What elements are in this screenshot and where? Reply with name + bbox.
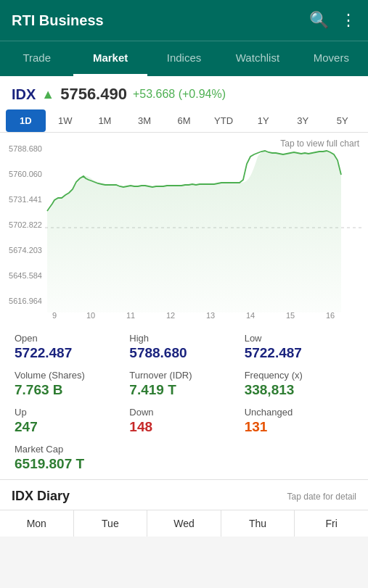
time-btn-1w[interactable]: 1W	[46, 109, 86, 132]
stat-frequency: Frequency (x) 338,813	[242, 365, 356, 402]
more-icon[interactable]: ⋮	[340, 11, 356, 30]
nav-tabs: Trade Market Indices Watchlist Movers	[0, 41, 368, 76]
day-fri[interactable]: Fri	[295, 510, 368, 537]
search-icon[interactable]: 🔍	[309, 11, 329, 30]
svg-text:5760.060: 5760.060	[9, 170, 42, 178]
chart-container[interactable]: Tap to view full chart 5788.680 5760.060…	[0, 133, 368, 323]
svg-text:5674.203: 5674.203	[9, 246, 42, 254]
main-content: IDX ▲ 5756.490 +53.668 (+0.94%) 1D 1W 1M…	[0, 76, 368, 537]
index-change: +53.668 (+0.94%)	[133, 88, 226, 101]
svg-text:5616.964: 5616.964	[9, 297, 42, 305]
turnover-label: Turnover (IDR)	[129, 370, 238, 381]
time-btn-1y[interactable]: 1Y	[243, 109, 283, 132]
tab-watchlist[interactable]: Watchlist	[221, 41, 294, 76]
index-name: IDX	[12, 86, 36, 103]
stat-volume: Volume (Shares) 7.763 B	[12, 365, 126, 402]
time-btn-1d[interactable]: 1D	[6, 109, 46, 132]
stat-down: Down 148	[126, 402, 241, 439]
marketcap-value: 6519.807 T	[15, 456, 353, 472]
stat-marketcap: Market Cap 6519.807 T	[12, 439, 356, 476]
open-value: 5722.487	[15, 345, 123, 361]
frequency-label: Frequency (x)	[245, 370, 353, 381]
time-btn-3y[interactable]: 3Y	[283, 109, 323, 132]
high-value: 5788.680	[129, 345, 238, 361]
volume-label: Volume (Shares)	[15, 370, 123, 381]
high-label: High	[129, 333, 238, 344]
tab-indices[interactable]: Indices	[147, 41, 221, 76]
time-btn-5y[interactable]: 5Y	[323, 109, 363, 132]
volume-value: 7.763 B	[15, 382, 123, 398]
app-title: RTI Business	[12, 12, 104, 29]
marketcap-label: Market Cap	[15, 444, 353, 455]
down-value: 148	[129, 419, 238, 435]
day-wed[interactable]: Wed	[147, 510, 221, 537]
svg-text:5702.822: 5702.822	[9, 220, 42, 229]
price-chart[interactable]: 5788.680 5760.060 5731.441 5702.822 5674…	[0, 138, 368, 320]
index-price: 5756.490	[60, 85, 127, 104]
diary-day-row: Mon Tue Wed Thu Fri	[0, 510, 368, 537]
stat-low: Low 5722.487	[242, 328, 356, 365]
tab-market[interactable]: Market	[73, 41, 147, 76]
low-label: Low	[245, 333, 353, 344]
header-actions: 🔍 ⋮	[309, 11, 356, 30]
svg-text:5731.441: 5731.441	[9, 195, 42, 204]
diary-title: IDX Diary	[12, 489, 70, 504]
open-label: Open	[15, 333, 123, 344]
app-header: RTI Business 🔍 ⋮	[0, 0, 368, 41]
svg-text:5645.584: 5645.584	[9, 271, 42, 280]
tab-trade[interactable]: Trade	[0, 41, 73, 76]
turnover-value: 7.419 T	[129, 382, 238, 398]
diary-tap-hint: Tap date for detail	[287, 492, 356, 502]
day-mon[interactable]: Mon	[0, 510, 74, 537]
low-value: 5722.487	[245, 345, 353, 361]
frequency-value: 338,813	[245, 382, 353, 398]
day-tue[interactable]: Tue	[74, 510, 148, 537]
stat-high: High 5788.680	[126, 328, 241, 365]
stat-turnover: Turnover (IDR) 7.419 T	[126, 365, 241, 402]
down-label: Down	[129, 407, 238, 418]
up-value: 247	[15, 419, 123, 435]
time-btn-3m[interactable]: 3M	[125, 109, 165, 132]
diary-header: IDX Diary Tap date for detail	[0, 479, 368, 510]
tab-movers[interactable]: Movers	[295, 41, 368, 76]
stat-unchanged: Unchanged 131	[242, 402, 356, 439]
stat-up: Up 247	[12, 402, 126, 439]
day-thu[interactable]: Thu	[221, 510, 295, 537]
chart-tap-hint: Tap to view full chart	[280, 138, 359, 149]
time-btn-ytd[interactable]: YTD	[204, 109, 244, 132]
up-label: Up	[15, 407, 123, 418]
svg-text:5788.680: 5788.680	[9, 144, 42, 153]
stats-grid: Open 5722.487 High 5788.680 Low 5722.487…	[0, 323, 368, 476]
stat-open: Open 5722.487	[12, 328, 126, 365]
time-btn-1m[interactable]: 1M	[85, 109, 125, 132]
time-btn-6m[interactable]: 6M	[164, 109, 204, 132]
index-arrow-up-icon: ▲	[41, 87, 54, 102]
index-header: IDX ▲ 5756.490 +53.668 (+0.94%)	[0, 76, 368, 109]
unchanged-label: Unchanged	[245, 407, 353, 418]
unchanged-value: 131	[245, 419, 353, 435]
time-range-bar: 1D 1W 1M 3M 6M YTD 1Y 3Y 5Y	[0, 109, 368, 133]
